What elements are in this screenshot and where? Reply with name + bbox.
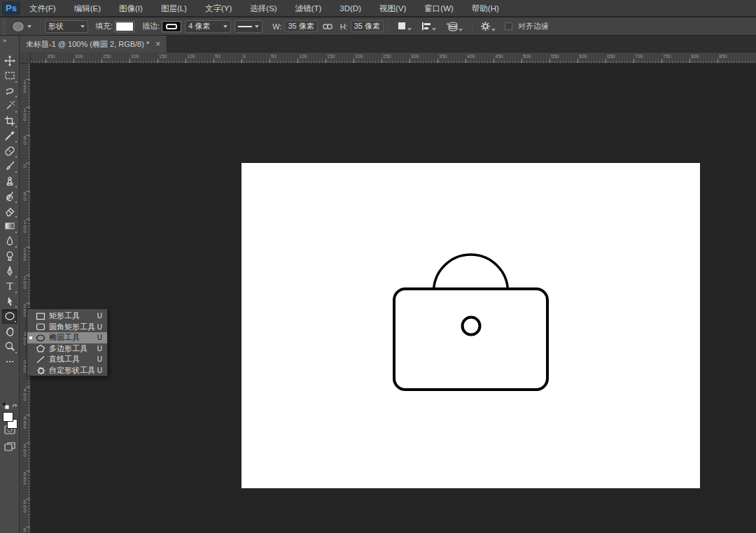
tool-mode-select[interactable]: 形状 [45,20,88,33]
flyout-indicator [15,276,17,278]
stroke-width-select[interactable]: 4 像素 [185,20,231,33]
lock-body-rounded-rect[interactable] [394,289,547,390]
gradient-tool[interactable] [2,219,18,234]
menu-item-9[interactable]: 视图(V) [370,0,415,17]
align-edges-checkbox[interactable] [505,22,512,30]
type-tool[interactable]: T [2,279,18,294]
rectangular-marquee-tool[interactable] [2,69,18,83]
ruler-tick [26,135,30,136]
dodge-tool[interactable] [2,249,18,264]
path-selection-tool[interactable] [2,294,18,308]
flyout-item-矩形工具[interactable]: 矩形工具 U [27,311,107,322]
eraser-tool[interactable] [2,204,18,218]
ruler-label: 300 [75,54,83,59]
ruler-label: 200 [131,54,139,59]
stroke-style-select[interactable] [234,20,262,33]
vertical-ruler[interactable]: 1 5 01 0 05 005 01 0 01 5 02 0 02 5 03 0… [20,64,31,533]
spot-healing-brush-tool[interactable] [2,143,18,158]
menu-item-10[interactable]: 窗口(W) [415,0,463,17]
document-tab[interactable]: 未标题-1 @ 100% (椭圆 2, RGB/8) * × [20,36,167,52]
height-label: H: [340,22,348,31]
brush-tool[interactable] [2,159,18,173]
path-operations-button[interactable] [398,22,412,31]
flyout-item-椭圆工具[interactable]: 椭圆工具 U [27,332,107,343]
eyedropper-tool[interactable] [2,129,18,143]
clone-stamp-tool-icon [4,176,15,187]
horizontal-ruler[interactable]: 3503002502001501005005010015020025030035… [20,52,756,64]
flyout-item-shortcut: U [97,367,102,374]
tool-mode-value: 形状 [48,21,64,31]
ellipse-tool[interactable] [2,309,18,324]
ruler-tick [634,59,634,63]
flyout-item-自定形状工具[interactable]: 自定形状工具 U [27,365,107,376]
more-options[interactable] [2,354,18,369]
ruler-label: 5 0 0 [20,444,30,458]
menu-item-6[interactable]: 选择(S) [241,0,286,17]
geometry-options-button[interactable] [480,21,496,31]
menu-item-4[interactable]: 图层(L) [152,0,196,17]
ruler-label: 0 [243,54,246,59]
ruler-tick [26,163,30,164]
document-canvas[interactable] [241,163,700,488]
shape-width-input[interactable]: 35 像素 [284,20,317,32]
path-alignment-button[interactable] [421,22,436,31]
lock-keyhole-circle[interactable] [463,318,480,335]
ruler-label: 250 [383,54,391,59]
ruler-label: 100 [299,54,307,59]
menu-item-7[interactable]: 滤镜(T) [286,0,331,17]
chevron-down-icon [255,25,259,28]
menu-item-2[interactable]: 编辑(E) [65,0,110,17]
flyout-item-多边形工具[interactable]: 多边形工具 U [27,343,107,355]
swap-colors-icon[interactable] [11,402,18,409]
ruler-label: 850 [719,54,727,59]
ruler-label: 750 [663,54,671,59]
foreground-color-swatch[interactable] [3,412,13,422]
default-colors-icon[interactable] [2,402,10,411]
menu-item-8[interactable]: 3D(D) [330,0,370,17]
quick-selection-tool[interactable] [2,99,18,113]
link-dimensions-icon[interactable] [322,23,333,30]
close-tab-icon[interactable]: × [155,39,160,49]
flyout-item-直线工具[interactable]: 直线工具 U [27,354,107,365]
clone-stamp-tool[interactable] [2,173,18,188]
ruler-label: 200 [355,54,363,59]
hand-tool-icon [4,326,15,337]
more-options-icon [4,356,15,367]
pen-tool[interactable] [2,264,18,278]
tool-preset-picker[interactable] [8,21,36,32]
tools-panel: » T [0,36,20,533]
history-brush-tool[interactable] [2,189,18,204]
ruler-tick [158,59,158,63]
menu-item-1[interactable]: 文件(F) [20,0,65,17]
ruler-tick [718,59,718,63]
menu-item-5[interactable]: 文字(Y) [196,0,241,17]
zoom-tool[interactable] [2,339,18,354]
menu-item-11[interactable]: 帮助(H) [463,0,508,17]
stroke-preview [166,24,177,29]
polygon-icon [35,344,46,353]
flyout-indicator [15,306,17,308]
ruler-tick [326,59,326,63]
fill-color-swatch[interactable] [115,22,134,31]
ruler-label: 4 0 0 [20,388,30,402]
ruler-label: 700 [635,54,643,59]
shape-height-input[interactable]: 35 像素 [351,20,384,32]
menu-item-3[interactable]: 图像(I) [110,0,152,17]
lock-shape-drawing [241,163,700,488]
screen-mode-button[interactable] [3,440,17,453]
lasso-tool[interactable] [2,83,18,98]
move-tool[interactable] [2,53,18,68]
align-edges-label: 对齐边缘 [518,21,549,31]
blur-tool[interactable] [2,234,18,248]
crop-tool[interactable] [2,113,18,128]
ruler-origin-corner[interactable] [20,52,31,64]
ruler-label: 50 [215,54,220,59]
path-arrange-button[interactable]: + [446,21,463,31]
ruler-label: 4 5 0 [20,416,30,430]
hand-tool[interactable] [2,324,18,339]
options-bar-grip[interactable] [1,19,6,34]
flyout-item-圆角矩形工具[interactable]: 圆角矩形工具 U [27,322,107,333]
collapse-panel-button[interactable]: » [0,36,19,45]
stroke-color-swatch[interactable] [162,22,181,31]
ruler-tick [382,59,382,63]
